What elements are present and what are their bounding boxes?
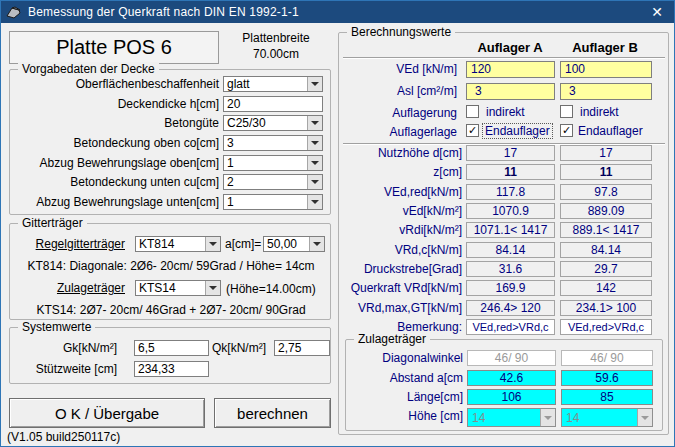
chevron-down-icon[interactable] — [307, 77, 322, 91]
label-oberflaeche: Oberflächenbeschaffenheit — [14, 76, 219, 92]
result-cell: 31.6 — [466, 261, 555, 277]
window-title: Bemessung der Querkraft nach DIN EN 1992… — [28, 5, 640, 19]
plattenbreite-label: Plattenbreite 70.00cm — [219, 30, 333, 62]
cell-diagonalwinkel-a: 46/ 90 — [467, 350, 556, 366]
groupbox-gittertraeger-title: Gitterträger — [18, 216, 87, 230]
link-regelgittertraeger[interactable]: Regelgitterträger — [14, 236, 125, 252]
label-deckung-unten: Betondeckung unten cu[cm] — [14, 174, 219, 190]
result-cell: 17 — [560, 145, 652, 161]
result-cell: 1071.1< 1417 — [466, 222, 555, 238]
result-label: z[cm] — [339, 164, 462, 180]
combo-abzug-oben[interactable]: 1 — [223, 155, 323, 171]
plattenbreite-value: 70.00cm — [219, 46, 333, 62]
app-icon — [6, 5, 22, 19]
result-label: Nutzhöhe d[cm] — [339, 145, 462, 161]
label-asl: Asl [cm²/m] — [339, 83, 457, 99]
result-cell: 11 — [466, 164, 555, 180]
label-gk: Gk[kN/m²] — [14, 340, 117, 356]
label-endauflager-b: Endauflager — [578, 123, 643, 139]
chevron-down-icon — [637, 409, 652, 426]
label-ved: VEd [kN/m] — [339, 61, 457, 77]
groupbox-systemwerte: Systemwerte Gk[kN/m²] 6,5 Qk[kN/m²] 2,75… — [9, 327, 331, 384]
checkbox-indirekt-b[interactable] — [560, 105, 573, 118]
label-qk: Qk[kN/m²] — [210, 340, 266, 356]
input-asl-a[interactable]: 3 — [466, 83, 555, 100]
label-abzug-oben: Abzug Bewehrungslage oben[cm] — [14, 155, 219, 171]
result-cell: 234.1> 100 — [560, 300, 652, 316]
combo-regelgittertraeger[interactable]: KT814 — [135, 236, 221, 252]
close-icon[interactable]: ✕ — [640, 4, 674, 20]
label-betonguete: Betongüte — [14, 115, 219, 131]
chevron-down-icon[interactable] — [309, 237, 324, 251]
cell-abstand-b: 59.6 — [561, 370, 653, 386]
groupbox-vorgabedaten-title: Vorgabedaten der Decke — [18, 62, 159, 76]
result-cell: 11 — [560, 164, 652, 180]
input-asl-b[interactable]: 3 — [560, 83, 652, 100]
chevron-down-icon[interactable] — [307, 175, 322, 189]
chevron-down-icon[interactable] — [307, 156, 322, 170]
combo-betonguete[interactable]: C25/30 — [223, 115, 323, 131]
chevron-down-icon[interactable] — [205, 281, 220, 295]
label-indirekt-a: indirekt — [486, 104, 525, 120]
combo-abstand-a[interactable]: 50,00 — [263, 236, 325, 252]
result-cell: 17 — [466, 145, 555, 161]
result-cell: 142 — [560, 280, 652, 296]
label-indirekt-b: indirekt — [580, 104, 619, 120]
result-cell: 29.7 — [560, 261, 652, 277]
combo-hoehe-b: 14 — [561, 408, 653, 427]
groupbox-gittertraeger: Gitterträger Regelgitterträger KT814 a[c… — [9, 223, 331, 320]
result-cell: 889.09 — [560, 203, 652, 219]
input-qk[interactable]: 2,75 — [274, 340, 330, 356]
label-abstand-a: a[cm]= — [225, 236, 261, 252]
result-cell: 889.1< 1417 — [560, 222, 652, 238]
link-zulagetraeger[interactable]: Zulageträger — [14, 280, 125, 296]
combo-deckung-unten[interactable]: 2 — [223, 174, 323, 190]
groupbox-berechnungswerte: Berechnungswerte Auflager A Auflager B V… — [338, 32, 669, 435]
label-zulage-hoehe: (Höhe=14.00cm) — [226, 281, 316, 297]
label-auflagerung: Auflagerung — [339, 105, 457, 121]
label-deckendicke: Deckendicke h[cm] — [14, 96, 219, 112]
chevron-down-icon[interactable] — [307, 116, 322, 130]
groupbox-zulagetraeger-title: Zulageträger — [354, 332, 430, 346]
input-ved-a[interactable]: 120 — [466, 61, 555, 78]
title-bar: Bemessung der Querkraft nach DIN EN 1992… — [1, 1, 674, 23]
result-cell: 84.14 — [466, 242, 555, 258]
label-abstand: Abstand a[cm — [346, 370, 463, 386]
chevron-down-icon — [540, 409, 555, 426]
combo-zulagetraeger[interactable]: KTS14 — [135, 280, 221, 296]
input-deckendicke[interactable]: 20 — [223, 96, 323, 112]
checkbox-endauflager-b[interactable]: ✓ — [560, 124, 573, 137]
result-cell-bemerkung-a: VEd,red>VRd,c — [466, 319, 555, 335]
result-label: vEd[kN/m²] — [339, 203, 462, 219]
column-header-auflager-a: Auflager A — [462, 40, 558, 56]
ok-uebergabe-button[interactable]: O K / Übergabe — [9, 398, 205, 428]
chevron-down-icon[interactable] — [307, 195, 322, 209]
label-laenge: Länge[cm] — [346, 389, 463, 405]
plattenbreite-caption: Plattenbreite — [219, 30, 333, 46]
combo-oberflaeche[interactable]: glatt — [223, 76, 323, 92]
groupbox-vorgabedaten: Vorgabedaten der Decke Oberflächenbescha… — [9, 69, 331, 215]
info-regelgittertraeger: KT814: Diagonale: 2Ø6- 20cm/ 59Grad / Hö… — [10, 258, 332, 274]
chevron-down-icon[interactable] — [205, 237, 220, 251]
info-zulagetraeger: KTS14: 2Ø7- 20cm/ 46Grad + 2Ø7- 20cm/ 90… — [10, 302, 332, 318]
result-cell-bemerkung-b: VEd,red>VRd,c — [560, 319, 652, 335]
input-stuetzweite[interactable]: 234,33 — [134, 361, 209, 377]
combo-deckung-oben[interactable]: 3 — [223, 135, 323, 151]
checkbox-indirekt-a[interactable] — [466, 105, 479, 118]
cell-laenge-b: 85 — [561, 389, 653, 405]
berechnen-button[interactable]: berechnen — [214, 398, 331, 428]
result-label: VRd,max,GT[kN/m] — [339, 300, 462, 316]
combo-abzug-unten[interactable]: 1 — [223, 194, 323, 210]
result-cell: 84.14 — [560, 242, 652, 258]
version-label: (V1.05 build250117c) — [7, 430, 120, 444]
checkbox-endauflager-a[interactable]: ✓ — [466, 124, 479, 137]
cell-diagonalwinkel-b: 46/ 90 — [561, 350, 653, 366]
label-deckung-oben: Betondeckung oben co[cm] — [14, 135, 219, 151]
chevron-down-icon[interactable] — [307, 136, 322, 150]
result-label: VEd,red[kN/m] — [339, 184, 462, 200]
combo-hoehe-a: 14 — [467, 408, 556, 427]
input-ved-b[interactable]: 100 — [560, 61, 652, 78]
input-gk[interactable]: 6,5 — [134, 340, 209, 356]
label-abzug-unten: Abzug Bewehrungslage unten[cm] — [14, 194, 219, 210]
column-header-auflager-b: Auflager B — [557, 40, 653, 56]
